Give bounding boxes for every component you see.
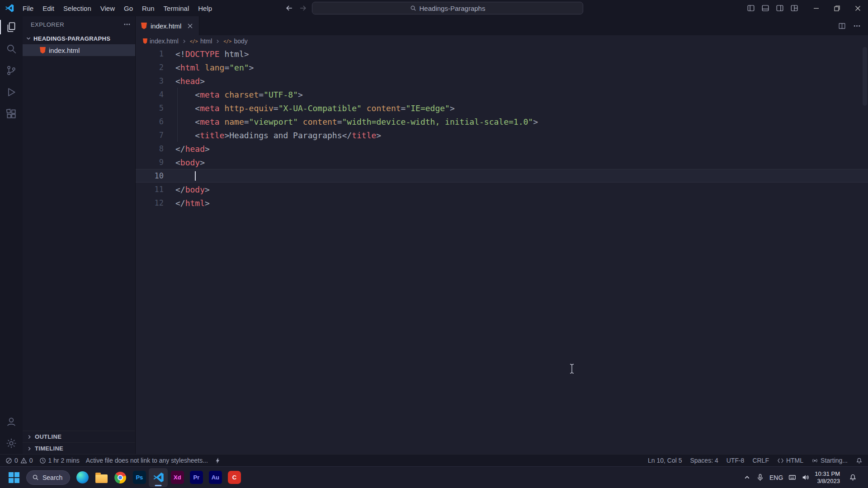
extensions-icon[interactable]: [0, 103, 23, 125]
breadcrumb-body[interactable]: </>body: [223, 38, 247, 45]
explorer-sidebar: EXPLORER HEADINGS-PARAGRAPHS index.html …: [23, 16, 136, 454]
search-sidebar-icon[interactable]: [0, 38, 23, 60]
taskbar-app-edge[interactable]: [73, 468, 92, 487]
taskbar-app-file-explorer[interactable]: [92, 468, 111, 487]
tab-index-html[interactable]: index.html: [136, 16, 199, 35]
language-mode[interactable]: HTML: [777, 457, 803, 464]
notification-center[interactable]: [845, 470, 860, 485]
menu-run[interactable]: Run: [137, 2, 159, 14]
volume-icon[interactable]: [802, 474, 809, 481]
code-line-9[interactable]: 9<body>: [136, 155, 868, 169]
taskbar-app-audition[interactable]: Au: [206, 468, 225, 487]
explorer-actions-icon[interactable]: [123, 21, 131, 28]
server-status[interactable]: Starting...: [811, 457, 848, 464]
source-control-icon[interactable]: [0, 60, 23, 81]
account-icon[interactable]: [0, 411, 23, 432]
encoding-setting[interactable]: UTF-8: [726, 457, 745, 464]
taskbar-search[interactable]: Search: [26, 470, 70, 485]
code-line-11[interactable]: 11</body>: [136, 183, 868, 196]
code-line-2[interactable]: 2<html lang="en">: [136, 61, 868, 74]
edge-icon: [76, 471, 89, 483]
zap-indicator[interactable]: [214, 457, 221, 464]
microphone-icon[interactable]: [756, 474, 764, 481]
explorer-icon[interactable]: [0, 16, 23, 38]
code-line-8[interactable]: 8</head>: [136, 142, 868, 155]
menu-edit[interactable]: Edit: [38, 2, 59, 14]
minimize-button[interactable]: [806, 0, 826, 16]
code-line-3[interactable]: 3<head>: [136, 74, 868, 88]
indent-guide: [177, 88, 178, 142]
html-file-icon: [40, 47, 46, 54]
chevron-right-icon: [181, 38, 187, 44]
tray-date: 3/8/2023: [815, 478, 840, 485]
code-line-7[interactable]: 7 <title>Headings and Paragraphs</title>: [136, 128, 868, 142]
clock[interactable]: 10:31 PM 3/8/2023: [815, 470, 840, 485]
file-row-index-html[interactable]: index.html: [23, 44, 135, 56]
stylesheet-message[interactable]: Active file does not link to any stylesh…: [86, 457, 208, 464]
code-line-6[interactable]: 6 <meta name="viewport" content="width=d…: [136, 115, 868, 128]
system-tray: ENG 10:31 PM 3/8/2023: [743, 470, 863, 485]
toggle-panel-icon[interactable]: [761, 4, 769, 12]
code-line-1[interactable]: 1<!DOCTYPE html>: [136, 47, 868, 61]
notifications-bell[interactable]: [856, 457, 863, 464]
forward-arrow-icon[interactable]: [298, 4, 307, 13]
code-line-12[interactable]: 12</html>: [136, 196, 868, 210]
start-button[interactable]: [5, 468, 24, 487]
search-box-text: Headings-Paragraphs: [420, 5, 486, 12]
toggle-sidebar-icon[interactable]: [747, 4, 755, 12]
editor-scrollbar[interactable]: [863, 47, 867, 106]
settings-gear-icon[interactable]: [0, 432, 23, 454]
menu-file[interactable]: File: [18, 2, 38, 14]
menu-selection[interactable]: Selection: [59, 2, 96, 14]
indentation-setting[interactable]: Spaces: 4: [690, 457, 718, 464]
run-debug-icon[interactable]: [0, 81, 23, 103]
cursor-position[interactable]: Ln 10, Col 5: [648, 457, 682, 464]
windows-logo-icon: [9, 472, 19, 483]
back-arrow-icon[interactable]: [285, 4, 294, 13]
menu-help[interactable]: Help: [193, 2, 217, 14]
adobe-xd-icon: Xd: [171, 471, 184, 484]
tab-close-icon[interactable]: [187, 23, 193, 29]
toggle-secondary-sidebar-icon[interactable]: [776, 4, 784, 12]
split-editor-icon[interactable]: [838, 22, 846, 30]
error-icon: [5, 457, 12, 464]
code-line-10[interactable]: 10: [136, 169, 868, 183]
taskbar-app-photoshop[interactable]: Ps: [130, 468, 149, 487]
command-center-search[interactable]: Headings-Paragraphs: [312, 2, 583, 14]
tray-time: 10:31 PM: [815, 470, 840, 478]
line-number: 2: [136, 63, 165, 72]
warning-icon: [20, 457, 27, 464]
close-button[interactable]: [847, 0, 868, 16]
language-icon: [777, 457, 784, 464]
code-editor[interactable]: 1<!DOCTYPE html>2<html lang="en">3<head>…: [136, 47, 868, 454]
more-actions-icon[interactable]: [853, 22, 861, 30]
outline-section[interactable]: OUTLINE: [23, 431, 135, 442]
language-indicator[interactable]: ENG: [769, 474, 783, 481]
taskbar-app-camtasia[interactable]: C: [225, 468, 244, 487]
menu-view[interactable]: View: [96, 2, 119, 14]
taskbar-app-vscode[interactable]: [149, 468, 168, 487]
code-line-5[interactable]: 5 <meta http-equiv="X-UA-Compatible" con…: [136, 101, 868, 115]
restore-button[interactable]: [826, 0, 847, 16]
menu-terminal[interactable]: Terminal: [159, 2, 194, 14]
mouse-text-cursor: [569, 363, 575, 374]
problems-indicator[interactable]: 0 0: [5, 457, 33, 464]
breadcrumb-html[interactable]: </>html: [190, 38, 212, 45]
workspace-folder-row[interactable]: HEADINGS-PARAGRAPHS: [23, 33, 135, 44]
timeline-section[interactable]: TIMELINE: [23, 442, 135, 454]
touch-keyboard-icon[interactable]: [788, 474, 796, 481]
line-number: 1: [136, 49, 165, 58]
time-tracker[interactable]: 1 hr 2 mins: [39, 457, 80, 464]
taskbar-app-chrome[interactable]: [111, 468, 130, 487]
tab-label: index.html: [151, 22, 181, 30]
tray-chevron-up-icon[interactable]: [743, 474, 751, 481]
taskbar-app-xd[interactable]: Xd: [168, 468, 187, 487]
eol-setting[interactable]: CRLF: [752, 457, 769, 464]
breadcrumb-file[interactable]: index.html: [143, 38, 179, 45]
code-line-4[interactable]: 4 <meta charset="UTF-8">: [136, 88, 868, 101]
menu-go[interactable]: Go: [119, 2, 137, 14]
premiere-icon: Pr: [190, 471, 203, 484]
taskbar-app-premiere[interactable]: Pr: [187, 468, 206, 487]
customize-layout-icon[interactable]: [790, 4, 798, 12]
photoshop-icon: Ps: [133, 471, 146, 484]
